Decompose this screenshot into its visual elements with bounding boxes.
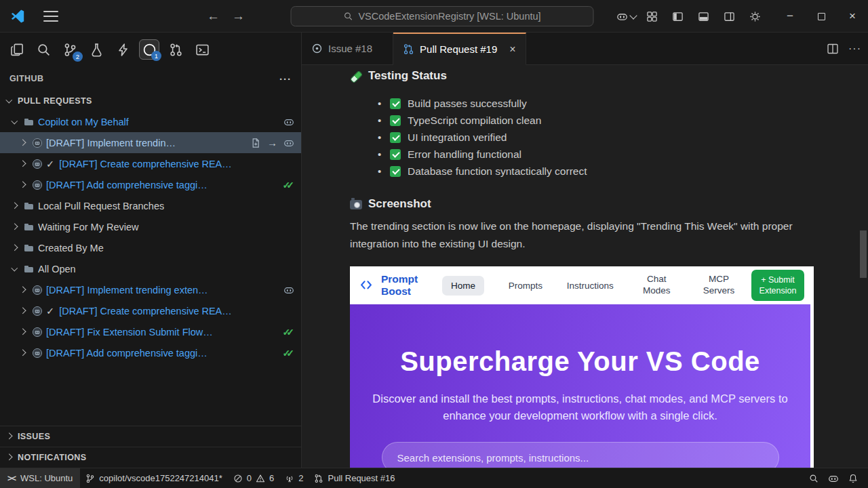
- chevron-right-icon: [18, 327, 28, 338]
- toggle-secondary-sidebar-icon[interactable]: [718, 6, 740, 26]
- tree-item-pr-add-tagging[interactable]: [DRAFT] Add comprehensive taggi… ✓✓: [0, 174, 301, 195]
- pull-requests-tree: Copilot on My Behalf [DRAFT] Implement t…: [0, 111, 301, 363]
- tree-item-copilot-on-my-behalf[interactable]: Copilot on My Behalf: [0, 111, 301, 132]
- screenshot-paragraph: The trending section is now live on the …: [350, 218, 794, 253]
- zoom-icon[interactable]: [804, 468, 823, 488]
- vscode-window: ← → VSCodeExtensionRegistry [WSL: Ubuntu…: [0, 0, 868, 488]
- split-editor-icon[interactable]: [827, 43, 839, 55]
- branch-status[interactable]: copilot/vscode1752247214041*: [80, 468, 227, 488]
- tree-item-label: [DRAFT] Add comprehensive taggi…: [46, 180, 208, 190]
- close-button[interactable]: ×: [837, 0, 868, 33]
- ports-count: 2: [298, 473, 303, 483]
- tree-item-pr-add-tagging-2[interactable]: [DRAFT] Add comprehensive taggi… ✓✓: [0, 342, 301, 363]
- embed-nav: Home Prompts Instructions Chat Modes MCP…: [442, 274, 738, 297]
- actions-lightning-icon[interactable]: [113, 39, 133, 60]
- customize-layout-icon[interactable]: [641, 6, 663, 26]
- chevron-right-icon: [18, 348, 28, 359]
- folder-icon: [24, 243, 35, 253]
- remote-indicator[interactable]: >< WSL: Ubuntu: [0, 468, 80, 488]
- code-brackets-icon: [359, 279, 373, 292]
- folder-icon: [24, 117, 35, 127]
- pr-description-view: Testing Status •Build passes successfull…: [302, 65, 868, 468]
- tree-item-pr-implement-trending-2[interactable]: [DRAFT] Implement trending exten…: [0, 279, 301, 300]
- tree-item-label: [DRAFT] Fix Extension Submit Flow…: [46, 327, 213, 338]
- copilot-status-icon[interactable]: [823, 468, 844, 488]
- chevron-down-icon: [9, 264, 20, 274]
- forward-icon[interactable]: →: [232, 9, 245, 24]
- source-control-icon[interactable]: 2: [60, 39, 80, 60]
- section-label: PULL REQUESTS: [18, 96, 92, 106]
- explorer-icon[interactable]: [7, 39, 27, 60]
- checklist-item: •UI integration verified: [378, 129, 848, 146]
- tree-item-label: All Open: [38, 264, 76, 274]
- maximize-button[interactable]: [806, 0, 837, 33]
- embed-hero: Supercharge Your VS Code Discover and in…: [350, 304, 810, 468]
- radio-tower-icon: [285, 474, 294, 483]
- tree-item-pr-create-readme-2[interactable]: ✓ [DRAFT] Create comprehensive REA…: [0, 300, 301, 321]
- bullet-icon: •: [378, 115, 383, 126]
- warning-count: 6: [269, 473, 274, 483]
- embed-brand: Prompt Boost: [381, 273, 425, 298]
- embed-hero-subtitle: Discover and install the best prompts, i…: [366, 390, 795, 424]
- close-tab-icon[interactable]: ×: [509, 43, 515, 56]
- tree-item-pr-create-readme[interactable]: ✓ [DRAFT] Create comprehensive REA…: [0, 153, 301, 174]
- tree-item-all-open[interactable]: All Open: [0, 258, 301, 279]
- heading-text: Testing Status: [368, 69, 447, 83]
- embed-nav-prompts: Prompts: [509, 281, 542, 291]
- embed-search-placeholder: Search extensions, prompts, instructions…: [397, 452, 589, 464]
- pull-requests-icon[interactable]: [165, 39, 186, 60]
- section-issues[interactable]: ISSUES: [0, 426, 301, 447]
- toggle-panel-icon[interactable]: [692, 6, 714, 26]
- tree-item-pr-implement-trending[interactable]: [DRAFT] Implement trendin… →: [0, 132, 301, 153]
- source-control-badge: 2: [73, 52, 83, 62]
- pull-request-status[interactable]: Pull Request #16: [309, 468, 400, 488]
- copilot-menu-button[interactable]: [615, 6, 637, 26]
- copilot-icon: [283, 285, 294, 296]
- open-description-icon[interactable]: [250, 138, 261, 148]
- copilot-avatar-icon: [32, 327, 43, 338]
- github-icon[interactable]: 1: [139, 39, 159, 60]
- tree-item-label: [DRAFT] Add comprehensive taggi…: [46, 348, 208, 359]
- command-center[interactable]: VSCodeExtensionRegistry [WSL: Ubuntu]: [291, 6, 594, 26]
- minimize-button[interactable]: −: [774, 0, 806, 33]
- tree-item-created-by-me[interactable]: Created By Me: [0, 237, 301, 258]
- chevron-right-icon: [18, 285, 28, 296]
- tree-item-waiting-for-review[interactable]: Waiting For My Review: [0, 216, 301, 237]
- tree-item-local-branches[interactable]: Local Pull Request Branches: [0, 195, 301, 216]
- back-icon[interactable]: ←: [207, 9, 220, 24]
- pull-request-label: Pull Request #16: [328, 473, 395, 483]
- editor-group: Issue #18 Pull Request #19 × ··· Testing…: [302, 33, 868, 468]
- section-label: NOTIFICATIONS: [18, 453, 87, 462]
- section-pull-requests[interactable]: PULL REQUESTS: [0, 91, 301, 111]
- problems-status[interactable]: 0 6: [228, 468, 279, 488]
- search-activity-icon[interactable]: [33, 39, 54, 60]
- terminal-icon[interactable]: [192, 39, 212, 60]
- testing-icon[interactable]: [86, 39, 106, 60]
- settings-gear-icon[interactable]: [744, 6, 766, 26]
- tree-item-label: [DRAFT] Implement trendin…: [46, 138, 176, 148]
- checklist-text: TypeScript compilation clean: [408, 115, 541, 127]
- more-actions-icon[interactable]: ···: [279, 73, 292, 85]
- section-notifications[interactable]: NOTIFICATIONS: [0, 447, 301, 468]
- checkout-arrow-icon[interactable]: →: [267, 137, 277, 148]
- copilot-avatar-icon: [32, 138, 43, 148]
- chevron-right-icon: [18, 138, 28, 148]
- tab-pull-request-19[interactable]: Pull Request #19 ×: [393, 33, 526, 65]
- notifications-bell-icon[interactable]: [844, 468, 863, 488]
- embedded-screenshot-image[interactable]: Prompt Boost Home Prompts Instructions C…: [350, 266, 814, 468]
- editor-scrollbar[interactable]: [860, 230, 867, 278]
- embed-nav-chat-modes: Chat Modes: [637, 274, 675, 297]
- branch-icon: [85, 474, 95, 483]
- ports-status[interactable]: 2: [279, 468, 309, 488]
- vscode-logo-icon: [9, 8, 26, 24]
- menu-icon[interactable]: [42, 9, 60, 23]
- tree-item-pr-fix-submit-flow[interactable]: [DRAFT] Fix Extension Submit Flow… ✓✓: [0, 321, 301, 342]
- checks-passed-icon: ✓✓: [283, 348, 294, 359]
- editor-more-actions-icon[interactable]: ···: [848, 43, 861, 55]
- toggle-sidebar-icon[interactable]: [667, 6, 688, 26]
- bullet-icon: •: [378, 98, 383, 109]
- error-icon: [233, 474, 243, 483]
- copilot-icon[interactable]: [283, 138, 294, 148]
- tab-issue-18[interactable]: Issue #18: [302, 33, 393, 64]
- checklist-item: •TypeScript compilation clean: [378, 112, 848, 129]
